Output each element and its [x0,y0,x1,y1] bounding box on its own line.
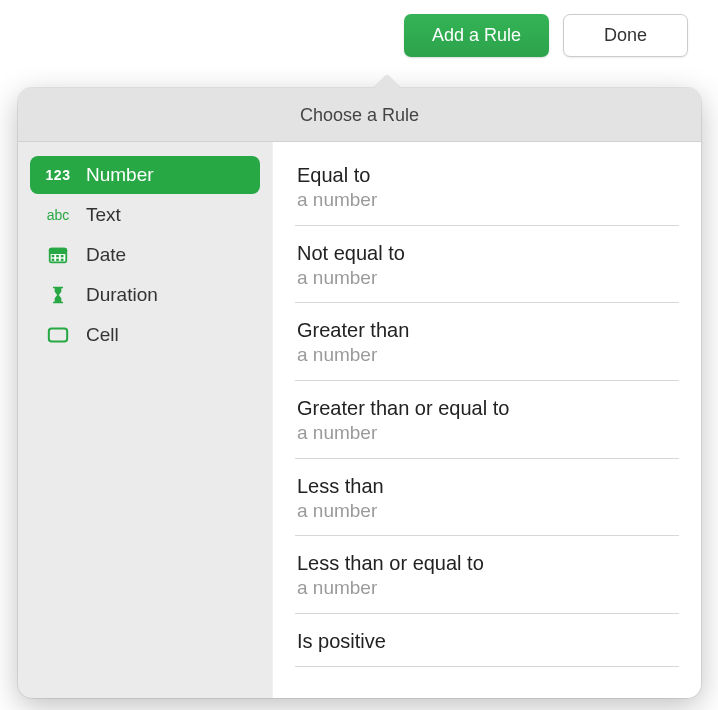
sidebar-item-duration[interactable]: Duration [30,276,260,314]
rule-item-less-than[interactable]: Less than a number [295,459,679,537]
choose-rule-popover: Choose a Rule 123 Number abc Text [18,88,701,698]
sidebar-item-label: Text [86,204,121,226]
rule-sub: a number [297,343,677,368]
rule-title: Equal to [297,162,677,188]
sidebar-item-cell[interactable]: Cell [30,316,260,354]
rule-title: Less than [297,473,677,499]
rule-title: Less than or equal to [297,550,677,576]
svg-rect-8 [61,259,64,261]
svg-rect-1 [49,248,67,254]
rules-list: Equal to a number Not equal to a number … [272,142,701,698]
svg-rect-9 [49,329,67,342]
rule-sub: a number [297,266,677,291]
svg-rect-6 [52,259,55,261]
number-icon: 123 [44,167,72,183]
sidebar-item-label: Number [86,164,154,186]
rule-item-is-positive[interactable]: Is positive [295,614,679,667]
rule-item-equal-to[interactable]: Equal to a number [295,148,679,226]
popover-title: Choose a Rule [18,88,701,142]
toolbar: Add a Rule Done [0,14,718,57]
rule-item-not-equal-to[interactable]: Not equal to a number [295,226,679,304]
rule-item-less-than-or-equal-to[interactable]: Less than or equal to a number [295,536,679,614]
cell-icon [44,324,72,346]
rule-title: Not equal to [297,240,677,266]
rule-title: Is positive [297,628,677,654]
rule-sub: a number [297,499,677,524]
text-icon: abc [44,207,72,223]
popover-arrow [374,73,400,89]
duration-icon [44,285,72,305]
done-button[interactable]: Done [563,14,688,57]
date-icon [44,244,72,266]
sidebar-item-date[interactable]: Date [30,236,260,274]
add-rule-button[interactable]: Add a Rule [404,14,549,57]
sidebar-item-label: Cell [86,324,119,346]
svg-rect-5 [61,255,64,257]
rule-sub: a number [297,576,677,601]
sidebar-item-number[interactable]: 123 Number [30,156,260,194]
svg-rect-4 [56,255,59,257]
rule-item-greater-than[interactable]: Greater than a number [295,303,679,381]
sidebar-item-text[interactable]: abc Text [30,196,260,234]
svg-rect-7 [56,259,59,261]
popover-body: 123 Number abc Text [18,142,701,698]
rule-sub: a number [297,421,677,446]
sidebar-item-label: Date [86,244,126,266]
sidebar-item-label: Duration [86,284,158,306]
svg-rect-3 [52,255,55,257]
rule-title: Greater than or equal to [297,395,677,421]
rule-sub: a number [297,188,677,213]
rule-item-greater-than-or-equal-to[interactable]: Greater than or equal to a number [295,381,679,459]
category-sidebar: 123 Number abc Text [18,142,272,698]
rule-title: Greater than [297,317,677,343]
